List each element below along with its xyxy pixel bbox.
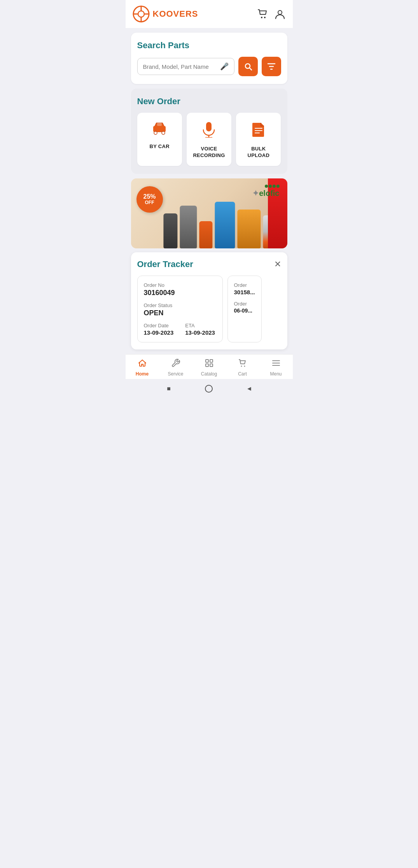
search-parts-title: Search Parts: [137, 40, 281, 51]
android-square-btn[interactable]: ■: [164, 384, 173, 393]
order-card-1[interactable]: Order No 30160049 Order Status OPEN Orde…: [137, 276, 223, 342]
filter-button[interactable]: [262, 57, 281, 76]
android-circle-icon: [205, 384, 213, 393]
dot3: [273, 185, 276, 188]
filters-illustration: [163, 202, 278, 248]
search-input-wrap[interactable]: 🎤: [137, 58, 234, 75]
new-order-title: New Order: [137, 96, 281, 107]
eta-label-1: ETA: [185, 323, 215, 328]
nav-item-cart[interactable]: Cart: [231, 358, 254, 377]
search-input[interactable]: [143, 63, 218, 70]
order-date-value-1: 13-09-2023: [144, 329, 174, 336]
order-no-value-2: 30158...: [234, 289, 255, 295]
catalog-icon: [205, 358, 214, 370]
profile-icon[interactable]: [274, 8, 286, 20]
voice-recording-option[interactable]: VOICE RECORDING: [187, 113, 231, 166]
nav-item-catalog[interactable]: Catalog: [198, 358, 221, 377]
android-back-icon: ◄: [246, 385, 252, 392]
filter-cyl-5: [237, 210, 261, 248]
new-order-section: New Order BY CAR: [131, 89, 287, 174]
brand-name: ✦elofic: [252, 189, 279, 198]
order-tracker: Order Tracker ✕ Order No 30160049 Order …: [131, 252, 287, 349]
promo-banner[interactable]: 25% OFF ✦elofic: [131, 178, 287, 248]
svg-point-10: [154, 131, 157, 134]
order-tracker-title: Order Tracker: [137, 259, 193, 269]
close-order-tracker-button[interactable]: ✕: [274, 260, 281, 269]
nav-item-menu[interactable]: Menu: [264, 358, 288, 377]
order-date-label-2: Order: [234, 301, 255, 307]
filter-cyl-1: [163, 213, 177, 248]
order-card-2[interactable]: Order 30158... Order 06-09...: [227, 276, 262, 342]
nav-label-menu: Menu: [270, 371, 282, 377]
by-car-option[interactable]: BY CAR: [137, 113, 182, 166]
brand-logo: ✦elofic: [252, 185, 279, 198]
svg-rect-22: [210, 364, 213, 367]
dot2: [269, 185, 272, 188]
order-status-value-1: OPEN: [144, 309, 216, 317]
nav-label-home: Home: [136, 371, 149, 377]
svg-point-1: [138, 11, 144, 17]
dot4: [276, 185, 280, 188]
header-icons: [257, 8, 286, 20]
svg-point-8: [278, 10, 282, 14]
filter-cyl-2: [180, 206, 197, 248]
filter-cyl-4: [215, 202, 235, 248]
logo: KOOVERS: [133, 5, 198, 23]
logo-icon: [133, 5, 150, 23]
android-nav: ■ ◄: [126, 379, 293, 398]
discount-badge: 25% OFF: [136, 186, 163, 213]
bulk-upload-option[interactable]: BULK UPLOAD: [236, 113, 281, 166]
nav-label-catalog: Catalog: [201, 371, 217, 377]
order-options: BY CAR VOICE RECORDING: [137, 113, 281, 166]
off-label: OFF: [145, 200, 154, 205]
dot1: [265, 185, 268, 188]
svg-point-11: [162, 131, 165, 134]
order-date-value-2: 06-09...: [234, 307, 255, 314]
nav-label-service: Service: [168, 371, 183, 377]
order-no-value-1: 30160049: [144, 289, 216, 297]
bulk-upload-label: BULK UPLOAD: [240, 146, 277, 159]
home-icon: [138, 358, 147, 370]
search-parts-card: Search Parts 🎤: [131, 33, 287, 84]
voice-recording-icon: [202, 121, 216, 141]
order-cards-row: Order No 30160049 Order Status OPEN Orde…: [137, 276, 281, 342]
nav-item-home[interactable]: Home: [131, 358, 154, 377]
voice-recording-label: VOICE RECORDING: [193, 146, 225, 159]
svg-rect-13: [206, 122, 212, 131]
order-no-label-1: Order No: [144, 282, 216, 288]
by-car-icon: [152, 121, 167, 139]
svg-point-24: [244, 365, 245, 367]
service-icon: [171, 358, 180, 370]
svg-rect-20: [210, 360, 213, 362]
svg-point-23: [241, 365, 242, 367]
android-square-icon: ■: [167, 385, 171, 392]
svg-point-7: [264, 17, 266, 18]
order-status-label-1: Order Status: [144, 302, 216, 308]
order-no-label-2: Order: [234, 282, 255, 288]
order-tracker-header: Order Tracker ✕: [137, 259, 281, 269]
svg-rect-19: [206, 360, 208, 362]
menu-icon: [271, 358, 281, 370]
cart-icon[interactable]: [257, 8, 269, 20]
header: KOOVERS: [126, 0, 293, 28]
android-back-btn[interactable]: ◄: [245, 384, 254, 393]
order-date-label-1: Order Date: [144, 323, 174, 328]
cart-nav-icon: [238, 358, 247, 370]
nav-item-service[interactable]: Service: [164, 358, 187, 377]
discount-percent: 25%: [143, 193, 156, 200]
bulk-upload-icon: [252, 121, 266, 141]
search-row: 🎤: [137, 57, 281, 76]
brand-logo-dots: [252, 185, 279, 188]
banner-inner: 25% OFF ✦elofic: [131, 178, 287, 248]
nav-label-cart: Cart: [238, 371, 247, 377]
by-car-label: BY CAR: [149, 143, 169, 150]
logo-text: KOOVERS: [153, 9, 198, 19]
svg-rect-21: [206, 364, 208, 367]
eta-value-1: 13-09-2023: [185, 329, 215, 336]
mic-icon[interactable]: 🎤: [220, 62, 229, 71]
android-circle-btn[interactable]: [205, 384, 213, 393]
search-btn-icon: [243, 62, 253, 71]
search-button[interactable]: [238, 57, 258, 76]
filter-btn-icon: [267, 62, 276, 71]
bottom-nav: Home Service Catalog Ca: [126, 354, 293, 379]
